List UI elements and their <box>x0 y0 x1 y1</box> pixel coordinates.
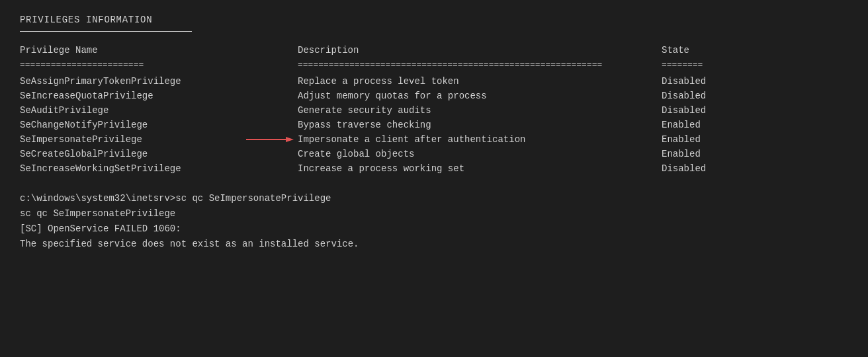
privilege-state: Disabled <box>662 75 706 89</box>
privilege-description: Replace a process level token <box>298 75 662 89</box>
privilege-state: Disabled <box>662 104 706 118</box>
table-row: SeIncreaseQuotaPrivilegeAdjust memory qu… <box>20 89 848 103</box>
privilege-name: SeIncreaseWorkingSetPrivilege <box>20 162 298 176</box>
table-underlines: ======================== ===============… <box>20 59 848 72</box>
underline-name: ======================== <box>20 59 298 72</box>
command-line: [SC] OpenService FAILED 1060: <box>20 222 848 236</box>
red-arrow-icon <box>246 135 294 144</box>
svg-marker-1 <box>286 137 294 142</box>
privilege-name: SeAuditPrivilege <box>20 104 298 118</box>
command-line: c:\windows\system32\inetsrv>sc qc SeImpe… <box>20 192 848 206</box>
underline-state: ======== <box>662 59 703 72</box>
privilege-state: Enabled <box>662 118 701 132</box>
col-name-header: Privilege Name <box>20 44 298 58</box>
privilege-name: SeAssignPrimaryTokenPrivilege <box>20 75 298 89</box>
table-row: SeImpersonatePrivilegeImpersonate a clie… <box>20 133 848 147</box>
section-divider <box>20 31 192 32</box>
command-line: sc qc SeImpersonatePrivilege <box>20 207 848 221</box>
privilege-description: Create global objects <box>298 147 662 161</box>
col-desc-header: Description <box>298 44 662 58</box>
privileges-section: PRIVILEGES INFORMATION Privilege Name De… <box>20 13 848 251</box>
table-row: SeChangeNotifyPrivilegeBypass traverse c… <box>20 118 848 132</box>
col-state-header: State <box>662 44 689 58</box>
table-row: SeAssignPrimaryTokenPrivilegeReplace a p… <box>20 75 848 89</box>
table-row: SeIncreaseWorkingSetPrivilegeIncrease a … <box>20 162 848 176</box>
privilege-description: Adjust memory quotas for a process <box>298 89 662 103</box>
privilege-name: SeCreateGlobalPrivilege <box>20 147 298 161</box>
command-line: The specified service does not exist as … <box>20 237 848 251</box>
privilege-state: Disabled <box>662 89 706 103</box>
privilege-name: SeIncreaseQuotaPrivilege <box>20 89 298 103</box>
privilege-description: Increase a process working set <box>298 162 662 176</box>
table-row: SeAuditPrivilegeGenerate security audits… <box>20 104 848 118</box>
underline-desc: ========================================… <box>298 59 662 72</box>
privilege-rows: SeAssignPrimaryTokenPrivilegeReplace a p… <box>20 75 848 176</box>
privilege-state: Enabled <box>662 147 701 161</box>
table-header-row: Privilege Name Description State <box>20 44 848 58</box>
privilege-state: Enabled <box>662 133 701 147</box>
command-lines: c:\windows\system32\inetsrv>sc qc SeImpe… <box>20 192 848 251</box>
privilege-description: Generate security audits <box>298 104 662 118</box>
command-section: c:\windows\system32\inetsrv>sc qc SeImpe… <box>20 192 848 251</box>
section-title: PRIVILEGES INFORMATION <box>20 13 848 27</box>
privilege-state: Disabled <box>662 162 706 176</box>
privilege-description: Bypass traverse checking <box>298 118 662 132</box>
privilege-name: SeChangeNotifyPrivilege <box>20 118 298 132</box>
privileges-table: Privilege Name Description State =======… <box>20 44 848 176</box>
privilege-description: Impersonate a client after authenticatio… <box>298 133 662 147</box>
table-row: SeCreateGlobalPrivilegeCreate global obj… <box>20 147 848 161</box>
